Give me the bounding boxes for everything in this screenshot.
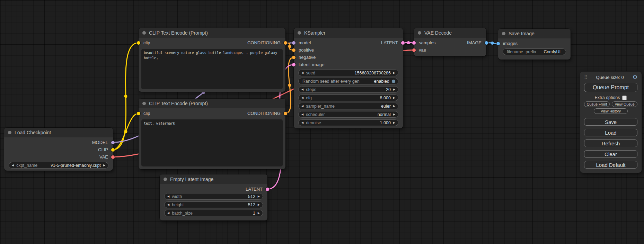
drag-handle-icon[interactable]: ⠿ bbox=[584, 75, 588, 80]
toggle-indicator-icon[interactable] bbox=[392, 80, 395, 83]
widget-value: 8.000 bbox=[380, 96, 391, 100]
batch-size-widget[interactable]: ◀ batch_size 1 ▶ bbox=[164, 210, 263, 216]
ckpt-name-widget[interactable]: ◀ ckpt_name v1-5-pruned-emaonly.ckpt ▶ bbox=[9, 162, 108, 169]
conditioning-output-port[interactable] bbox=[284, 41, 287, 45]
slot-row-positive: positive bbox=[294, 46, 403, 54]
arrow-right-icon[interactable]: ▶ bbox=[258, 204, 260, 206]
prompt-textarea[interactable]: text, watermark bbox=[141, 119, 283, 166]
arrow-right-icon[interactable]: ▶ bbox=[258, 195, 260, 198]
queue-prompt-button[interactable]: Queue Prompt bbox=[584, 83, 637, 92]
widget-label: cfg bbox=[306, 96, 312, 100]
denoise-widget[interactable]: ◀ denoise 1.000 ▶ bbox=[298, 119, 398, 126]
scheduler-widget[interactable]: ◀ scheduler normal ▶ bbox=[298, 111, 398, 118]
view-queue-button[interactable]: View Queue bbox=[612, 101, 637, 107]
refresh-button[interactable]: Refresh bbox=[584, 139, 637, 147]
queue-size-value: 0 bbox=[621, 75, 624, 80]
arrow-right-icon[interactable]: ▶ bbox=[393, 113, 395, 116]
widget-value: 156680208700286 bbox=[355, 71, 391, 75]
widget-value: 20 bbox=[386, 87, 391, 92]
collapse-toggle-icon[interactable] bbox=[164, 178, 167, 181]
collapse-toggle-icon[interactable] bbox=[142, 102, 146, 105]
vae-input-port[interactable] bbox=[412, 48, 416, 52]
arrow-right-icon[interactable]: ▶ bbox=[393, 105, 395, 108]
link-midpoint-dot bbox=[124, 95, 127, 98]
node-ksampler[interactable]: KSampler model LATENT positive negative … bbox=[294, 28, 403, 128]
settings-gear-icon[interactable]: ⚙ bbox=[633, 74, 637, 80]
node-clip-text-encode-negative[interactable]: CLIP Text Encode (Prompt) clip CONDITION… bbox=[139, 99, 285, 169]
node-header[interactable]: KSampler bbox=[294, 28, 403, 38]
vae-output-port[interactable] bbox=[111, 155, 115, 159]
arrow-left-icon[interactable]: ◀ bbox=[167, 212, 169, 215]
node-load-checkpoint[interactable]: Load Checkpoint MODEL CLIP VAE ◀ ckpt_na… bbox=[4, 128, 113, 171]
widget-label: denoise bbox=[306, 120, 321, 125]
arrow-left-icon[interactable]: ◀ bbox=[167, 204, 169, 206]
arrow-left-icon[interactable]: ◀ bbox=[301, 121, 303, 124]
node-save-image[interactable]: Save Image images filename_prefix ComfyU… bbox=[498, 29, 571, 60]
clear-button[interactable]: Clear bbox=[584, 150, 637, 158]
collapse-toggle-icon[interactable] bbox=[298, 31, 301, 35]
positive-input-port[interactable] bbox=[292, 48, 295, 52]
image-output-port[interactable] bbox=[485, 41, 488, 45]
arrow-left-icon[interactable]: ◀ bbox=[12, 164, 14, 167]
samples-input-port[interactable] bbox=[412, 41, 416, 45]
arrow-left-icon[interactable]: ◀ bbox=[301, 105, 303, 108]
node-clip-text-encode-positive[interactable]: CLIP Text Encode (Prompt) clip CONDITION… bbox=[139, 28, 285, 92]
width-widget[interactable]: ◀ width 512 ▶ bbox=[164, 193, 263, 200]
arrow-right-icon[interactable]: ▶ bbox=[393, 121, 395, 124]
queue-front-button[interactable]: Queue Front bbox=[584, 101, 610, 107]
arrow-left-icon[interactable]: ◀ bbox=[301, 88, 303, 91]
extra-options-checkbox[interactable] bbox=[622, 96, 627, 100]
save-button[interactable]: Save bbox=[584, 118, 637, 126]
collapse-toggle-icon[interactable] bbox=[502, 32, 505, 35]
slot-label: images bbox=[503, 41, 518, 46]
node-vae-decode[interactable]: VAE Decode samples IMAGE vae bbox=[414, 28, 486, 56]
node-header[interactable]: Save Image bbox=[498, 29, 571, 38]
link-wire bbox=[113, 43, 139, 150]
cfg-widget[interactable]: ◀ cfg 8.000 ▶ bbox=[298, 94, 398, 101]
collapse-toggle-icon[interactable] bbox=[418, 31, 421, 35]
filename-prefix-widget[interactable]: filename_prefix ComfyUI bbox=[503, 48, 566, 55]
model-output-port[interactable] bbox=[111, 141, 115, 144]
prompt-textarea[interactable]: beautiful scenery nature glass bottle la… bbox=[141, 49, 283, 89]
clip-input-port[interactable] bbox=[137, 41, 140, 45]
slot-row-model: model LATENT bbox=[294, 39, 403, 46]
collapse-toggle-icon[interactable] bbox=[8, 131, 11, 134]
latent-output-port[interactable] bbox=[266, 188, 269, 191]
node-empty-latent-image[interactable]: Empty Latent Image LATENT ◀ width 512 ▶ … bbox=[160, 174, 267, 220]
latent-image-input-port[interactable] bbox=[292, 63, 295, 66]
steps-widget[interactable]: ◀ steps 20 ▶ bbox=[298, 86, 398, 93]
slot-row-images: images bbox=[498, 40, 571, 47]
load-button[interactable]: Load bbox=[584, 129, 637, 136]
conditioning-output-port[interactable] bbox=[284, 112, 287, 115]
clip-input-port[interactable] bbox=[137, 112, 140, 115]
arrow-left-icon[interactable]: ◀ bbox=[301, 97, 303, 99]
random-seed-toggle-widget[interactable]: Random seed after every gen enabled bbox=[298, 78, 398, 84]
model-input-port[interactable] bbox=[292, 41, 295, 45]
arrow-right-icon[interactable]: ▶ bbox=[393, 72, 395, 74]
arrow-left-icon[interactable]: ◀ bbox=[301, 113, 303, 116]
node-header[interactable]: CLIP Text Encode (Prompt) bbox=[139, 28, 285, 38]
node-header[interactable]: VAE Decode bbox=[414, 28, 486, 38]
node-header[interactable]: Load Checkpoint bbox=[4, 128, 113, 137]
slot-label: latent_image bbox=[299, 62, 324, 67]
load-default-button[interactable]: Load Default bbox=[584, 161, 637, 169]
arrow-right-icon[interactable]: ▶ bbox=[258, 212, 260, 215]
clip-output-port[interactable] bbox=[111, 148, 115, 152]
arrow-left-icon[interactable]: ◀ bbox=[167, 195, 169, 198]
negative-input-port[interactable] bbox=[292, 56, 295, 59]
node-graph-canvas[interactable]: Load Checkpoint MODEL CLIP VAE ◀ ckpt_na… bbox=[0, 0, 644, 244]
view-history-button[interactable]: View History bbox=[594, 108, 628, 114]
images-input-port[interactable] bbox=[496, 42, 500, 45]
sampler-name-widget[interactable]: ◀ sampler_name euler ▶ bbox=[298, 103, 398, 109]
height-widget[interactable]: ◀ height 512 ▶ bbox=[164, 201, 263, 208]
node-header[interactable]: Empty Latent Image bbox=[160, 174, 267, 184]
arrow-left-icon[interactable]: ◀ bbox=[301, 72, 303, 74]
collapse-toggle-icon[interactable] bbox=[142, 31, 146, 35]
latent-output-port[interactable] bbox=[401, 41, 405, 45]
seed-widget[interactable]: ◀ seed 156680208700286 ▶ bbox=[298, 70, 398, 76]
arrow-right-icon[interactable]: ▶ bbox=[393, 97, 395, 99]
arrow-right-icon[interactable]: ▶ bbox=[393, 88, 395, 91]
arrow-right-icon[interactable]: ▶ bbox=[103, 164, 105, 167]
node-header[interactable]: CLIP Text Encode (Prompt) bbox=[139, 99, 285, 108]
queue-menu-panel: ⠿ Queue size: 0 ⚙ Queue Prompt Extra opt… bbox=[580, 71, 642, 173]
